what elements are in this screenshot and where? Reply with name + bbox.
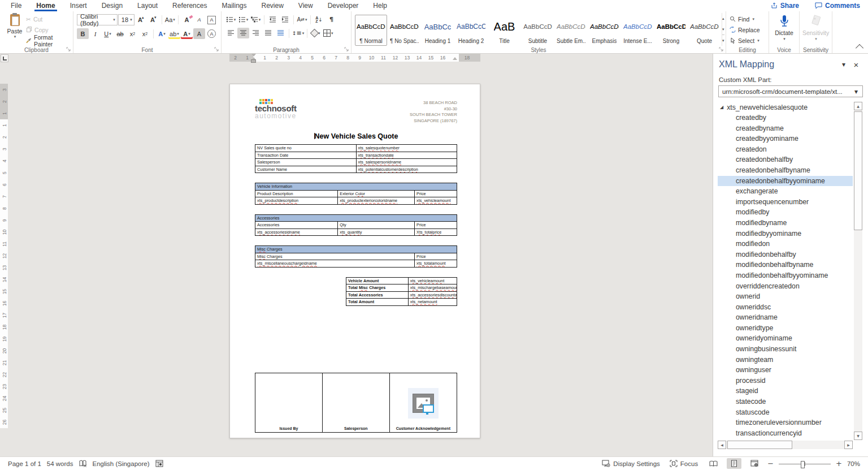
select-button[interactable]: Select▾ [730,36,765,45]
font-color-button[interactable]: A▾ [181,28,193,39]
xml-field-item[interactable]: modifiedon [718,239,853,249]
ribbon-tab[interactable]: References [165,0,214,11]
cut-button[interactable]: ✂ Cut [26,14,70,24]
numbering-button[interactable]: ▾ [237,14,249,25]
document-page[interactable]: technosoft automotive 38 BEACH ROAD#30-3… [229,84,480,438]
scrollbar-thumb[interactable] [854,111,862,230]
find-button[interactable]: Find▾ [730,14,765,24]
xml-field-item[interactable]: owninguser [718,365,853,376]
field-placeholder[interactable]: xts_salesquotenumber [356,145,457,152]
xml-field-item[interactable]: processid [718,376,853,386]
xml-field-item[interactable]: createdonbehalfbyname [718,165,853,176]
page-indicator[interactable]: Page 1 of 1 [8,460,41,467]
vertical-ruler[interactable]: 321 123456789101112131415161718192021222… [0,62,8,457]
collapse-triangle-icon[interactable]: ◢ [720,105,723,110]
zoom-slider[interactable] [779,460,831,468]
xml-field-item[interactable]: owneridyominame [718,333,853,344]
strikethrough-button[interactable]: ab [114,28,126,39]
style-card[interactable]: AaBbCcDc Strong [655,15,687,46]
replace-button[interactable]: Replace [730,25,765,35]
ribbon-tab[interactable]: Design [94,0,130,11]
xml-field-item[interactable]: owneridname [718,312,853,323]
field-placeholder[interactable]: xts_quantity [338,228,415,236]
enclose-characters-button[interactable]: A [206,28,218,39]
italic-button[interactable]: I [89,28,101,39]
field-placeholder[interactable]: xts_potentialcustomerdescription [356,166,457,173]
field-placeholder[interactable]: xts_transactiondate [356,152,457,159]
tree-vertical-scrollbar[interactable]: ▲ ▼ [854,102,862,440]
xml-field-item[interactable]: transactioncurrencyidname [718,438,853,440]
xml-field-item[interactable]: stageid [718,386,853,396]
ribbon-tab[interactable]: Home [29,0,62,11]
xml-field-item[interactable]: createdon [718,144,853,155]
right-indent-marker[interactable] [453,57,457,60]
style-card[interactable]: AaBbCcDc ¶ Normal [355,15,387,46]
font-dialog-launcher[interactable] [214,47,219,52]
horizontal-ruler[interactable]: 21 12345678910111213141516 18 [229,54,480,62]
chevron-down-icon[interactable]: ▾ [14,35,16,39]
copy-button[interactable]: Copy [26,25,70,35]
grow-font-button[interactable]: A▴ [135,15,147,25]
ribbon-tab[interactable]: Layout [130,0,165,11]
custom-xml-part-select[interactable]: urn:microsoft-crm/document-template/xt..… [718,85,863,97]
style-card[interactable]: AaBbCcDc Intense E... [622,15,654,46]
style-card[interactable]: AaBbCcD Subtitle [522,15,554,46]
align-right-button[interactable] [250,28,262,38]
xml-field-item[interactable]: modifiedonbehalfby [718,249,853,260]
field-placeholder[interactable]: xts_accessoriesidname [255,228,338,236]
tab-stop-selector[interactable] [1,54,8,62]
xml-field-item[interactable]: createdonbehalfby [718,154,853,165]
field-placeholder[interactable]: xts_mischargebaseamount [408,284,457,292]
ribbon-tab[interactable]: File [3,0,29,11]
web-layout-button[interactable] [747,458,762,469]
print-layout-button[interactable] [727,458,741,469]
underline-button[interactable]: U▾ [102,28,114,39]
character-border-button[interactable]: A [206,15,218,25]
field-placeholder[interactable]: xts_totalamount [415,260,457,268]
scroll-down-icon[interactable]: ▼ [854,432,862,440]
collapse-ribbon-button[interactable] [856,44,863,52]
field-placeholder[interactable]: xts_productdescription [255,197,338,205]
dictate-button[interactable]: Dictate ▾ [772,13,796,41]
style-card[interactable]: AaB Title [488,15,520,46]
style-card[interactable]: AaBbCcDc Subtle Em... [555,15,587,46]
highlight-button[interactable]: ab▾ [168,28,180,39]
font-size-select[interactable]: 18 ▾ [118,14,134,25]
xml-field-item[interactable]: transactioncurrencyid [718,428,853,439]
style-card[interactable]: AaBbCcDc Emphasis [588,15,620,46]
xml-field-item[interactable]: statecode [718,396,853,407]
xml-field-item[interactable]: owningteam [718,355,853,365]
zoom-slider-thumb[interactable] [801,461,805,468]
bold-button[interactable]: B [77,28,89,39]
display-settings-button[interactable]: Display Settings [600,459,662,468]
xml-field-item[interactable]: statuscode [718,407,853,418]
comments-button[interactable]: Comments [807,0,868,11]
field-placeholder[interactable]: Xts_totalprice [415,228,457,236]
paste-button[interactable]: Paste ▾ [3,13,26,46]
paragraph-dialog-launcher[interactable] [344,47,349,52]
first-line-indent-marker[interactable] [251,54,256,57]
xml-field-item[interactable]: modifiedbyname [718,218,853,228]
clear-formatting-button[interactable]: A [181,15,193,25]
style-card[interactable]: AaBbCcDc ¶ No Spac... [388,15,420,46]
align-left-button[interactable] [225,28,237,38]
increase-indent-button[interactable] [279,14,291,25]
focus-button[interactable]: Focus [667,459,700,468]
xml-field-item[interactable]: owningbusinessunit [718,344,853,355]
field-placeholder[interactable]: xts_netamount [408,299,457,306]
style-card[interactable]: AaBbCcDc Quote [688,15,721,46]
xml-field-item[interactable]: owneridtype [718,323,853,334]
xml-field-item[interactable]: timezoneruleversionnumber [718,417,853,428]
proofing-status-icon[interactable] [79,460,87,467]
ribbon-tab[interactable]: Insert [63,0,94,11]
ribbon-tab[interactable]: Developer [320,0,366,11]
tree-horizontal-scrollbar[interactable]: ◀ ▶ [718,441,853,449]
field-placeholder[interactable]: xts_accessoriesdiscountamount [408,291,457,299]
image-placeholder-control[interactable] [408,388,439,419]
field-placeholder[interactable]: xts_salespersonidname [356,159,457,166]
field-placeholder[interactable]: xts_vehicleamount [415,197,457,205]
word-count[interactable]: 54 words [47,460,73,467]
justify-button[interactable] [262,28,274,38]
xml-field-item[interactable]: modifiedonbehalfbyyominame [718,270,853,281]
zoom-level[interactable]: 70% [847,460,860,467]
